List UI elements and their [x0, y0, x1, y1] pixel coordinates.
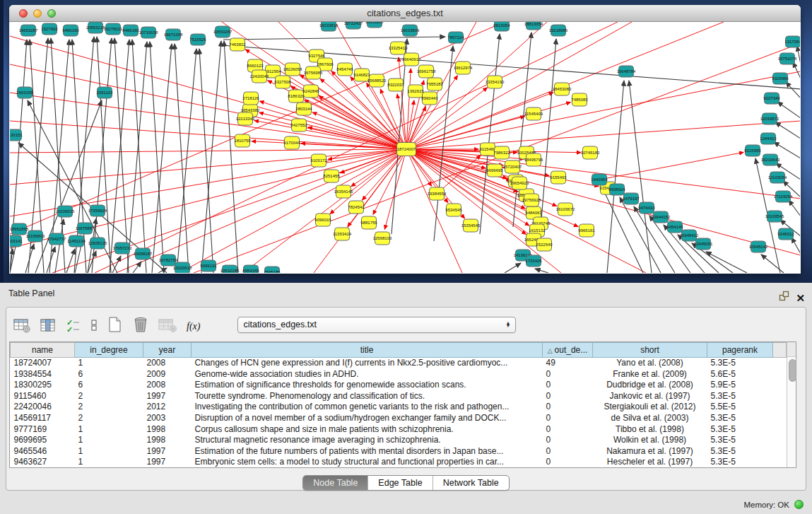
table-cell[interactable]: 14569117 — [11, 413, 75, 424]
close-panel-icon[interactable]: ✕ — [796, 293, 805, 303]
table-cell[interactable]: 0 — [543, 446, 593, 457]
table-cell[interactable]: 2003 — [143, 413, 192, 424]
table-cell[interactable]: 2009 — [143, 369, 192, 380]
table-cell[interactable]: 18300295 — [11, 380, 75, 391]
table-cell[interactable]: 0 — [543, 424, 593, 436]
table-cell[interactable]: 1 — [75, 358, 143, 369]
table-cell[interactable]: 1998 — [143, 424, 192, 436]
table-cell[interactable]: Tibbo et al. (1998) — [593, 424, 707, 436]
table-cell[interactable]: 22420046 — [11, 402, 75, 413]
table-row[interactable]: 1938455462009Genome-wide association stu… — [11, 369, 787, 380]
column-header-name[interactable]: name — [11, 343, 75, 358]
table-cell[interactable]: 1 — [75, 424, 143, 436]
table-cell[interactable]: 0 — [543, 457, 593, 468]
column-header-title[interactable]: title — [192, 343, 543, 358]
apply-function-icon[interactable]: f(x) — [187, 315, 200, 334]
table-row[interactable]: 969969511998Structural magnetic resonanc… — [11, 435, 787, 446]
column-header-out-degree[interactable]: △out_de... — [543, 343, 593, 358]
table-cell[interactable]: 9777169 — [11, 424, 75, 436]
table-row[interactable]: 946554611997Estimation of the future num… — [11, 446, 787, 457]
scrollbar-thumb[interactable] — [789, 359, 796, 382]
table-cell[interactable]: 9465546 — [11, 446, 75, 457]
table-cell[interactable]: 0 — [543, 380, 593, 391]
table-cell[interactable]: 5.3E-5 — [707, 413, 773, 424]
table-row[interactable]: 1830029562008Estimation of significance … — [11, 380, 787, 391]
zoom-window-button[interactable] — [47, 9, 56, 18]
table-cell[interactable]: 2 — [75, 413, 143, 424]
table-cell[interactable]: 2012 — [143, 402, 192, 413]
table-cell[interactable]: 5.6E-5 — [707, 369, 773, 380]
table-cell[interactable]: 0 — [543, 402, 593, 413]
table-cell[interactable]: 2008 — [143, 380, 192, 391]
table-cell[interactable]: 1 — [75, 446, 143, 457]
table-cell[interactable]: 0 — [543, 369, 593, 380]
table-cell[interactable]: 1997 — [143, 391, 192, 402]
table-cell[interactable]: 9463627 — [11, 457, 75, 468]
table-cell[interactable]: 2 — [75, 402, 143, 413]
row-tools-icon[interactable] — [90, 315, 98, 334]
table-cell[interactable]: 19384554 — [11, 369, 75, 380]
table-cell[interactable]: 5.3E-5 — [707, 424, 773, 436]
table-cell[interactable]: Tourette syndrome. Phenomenology and cla… — [192, 391, 543, 402]
table-cell[interactable]: Dudbridge et al. (2008) — [593, 380, 707, 391]
close-window-button[interactable] — [19, 9, 28, 18]
memory-ok-icon[interactable] — [794, 500, 804, 509]
table-cell[interactable]: 5.3E-5 — [707, 457, 773, 468]
table-cell[interactable]: Structural magnetic resonance image aver… — [192, 435, 543, 446]
minimize-window-button[interactable] — [33, 9, 42, 18]
table-cell[interactable]: 5.9E-5 — [707, 380, 773, 391]
table-cell[interactable]: Corpus callosum shape and size in male p… — [192, 424, 543, 436]
table-row[interactable]: 977716911998Corpus callosum shape and si… — [11, 424, 787, 436]
table-cell[interactable]: 5.3E-5 — [707, 358, 773, 369]
tab-edge-table[interactable]: Edge Table — [367, 476, 432, 490]
float-panel-icon[interactable] — [779, 288, 789, 309]
table-cell[interactable]: 1997 — [143, 457, 192, 468]
network-view-window[interactable]: citations_edges.txt 18724007746382286601… — [9, 5, 801, 274]
table-cell[interactable]: 49 — [543, 358, 593, 369]
table-cell[interactable]: de Silva et al. (2003) — [593, 413, 707, 424]
table-cell[interactable]: 5.3E-5 — [707, 446, 773, 457]
table-cell[interactable]: 9699695 — [11, 435, 75, 446]
table-row[interactable]: 1456911722003Disruption of a novel membe… — [11, 413, 787, 424]
network-canvas[interactable]: 1872400774638228660123891295418226058932… — [10, 22, 800, 273]
select-columns-icon[interactable]: ✓ ✓ — [66, 315, 81, 334]
table-cell[interactable]: 2008 — [143, 358, 192, 369]
table-cell[interactable]: Genome-wide association studies in ADHD. — [192, 369, 543, 380]
table-row[interactable]: 1872400712008Changes of HCN gene express… — [11, 358, 787, 369]
table-select-dropdown[interactable]: citations_edges.txt ▲▼ — [237, 317, 516, 333]
table-row[interactable]: 911546021997Tourette syndrome. Phenomeno… — [11, 391, 787, 402]
table-cell[interactable]: 5.3E-5 — [707, 391, 773, 402]
table-cell[interactable]: Investigating the contribution of common… — [192, 402, 543, 413]
table-row[interactable]: 946362711997Embryonic stem cells: a mode… — [11, 457, 787, 468]
table-cell[interactable]: 1997 — [143, 446, 192, 457]
column-header-short[interactable]: short — [593, 343, 707, 358]
tab-network-table[interactable]: Network Table — [433, 476, 509, 490]
column-header-pagerank[interactable]: pagerank — [707, 343, 773, 358]
table-cell[interactable]: Disruption of a novel member of a sodium… — [192, 413, 543, 424]
table-cell[interactable]: 6 — [75, 380, 143, 391]
table-cell[interactable]: 1 — [75, 435, 143, 446]
table-cell[interactable]: Hescheler et al. (1997) — [593, 457, 707, 468]
table-cell[interactable]: 0 — [543, 391, 593, 402]
table-settings-icon[interactable] — [13, 315, 31, 334]
table-cell[interactable]: 0 — [543, 435, 593, 446]
new-table-icon[interactable] — [107, 315, 123, 334]
column-header-year[interactable]: year — [143, 343, 192, 358]
tab-node-table[interactable]: Node Table — [303, 476, 367, 490]
table-cell[interactable]: 5.5E-5 — [707, 402, 773, 413]
network-window-titlebar[interactable]: citations_edges.txt — [9, 5, 801, 22]
table-cell[interactable]: 1 — [75, 457, 143, 468]
table-cell[interactable]: 18724007 — [11, 358, 75, 369]
table-cell[interactable]: 1998 — [143, 435, 192, 446]
show-columns-icon[interactable] — [40, 315, 57, 334]
table-cell[interactable]: Estimation of significance thresholds fo… — [192, 380, 543, 391]
table-cell[interactable]: 0 — [543, 413, 593, 424]
table-cell[interactable]: 2 — [75, 391, 143, 402]
delete-rows-icon[interactable] — [132, 315, 149, 334]
table-cell[interactable]: Embryonic stem cells: a model to study s… — [192, 457, 543, 468]
table-cell[interactable]: 9115460 — [11, 391, 75, 402]
table-cell[interactable]: Wolkin et al. (1998) — [593, 435, 707, 446]
table-cell[interactable]: Nakamura et al. (1997) — [593, 446, 707, 457]
table-cell[interactable]: Estimation of the future numbers of pati… — [192, 446, 543, 457]
table-scrollbar[interactable] — [787, 342, 796, 467]
